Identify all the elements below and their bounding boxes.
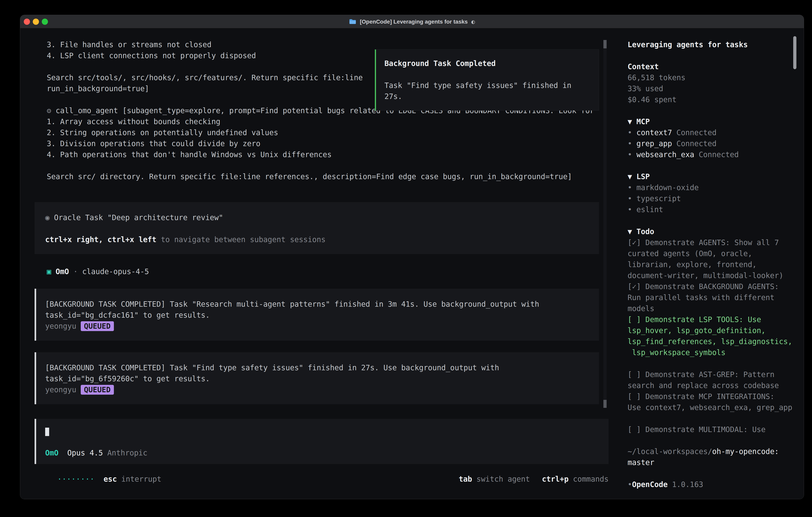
gear-icon: ⚙	[47, 106, 51, 115]
input-agent-name: OmO	[45, 448, 59, 457]
oracle-task-title: Oracle Task "Deep architecture review"	[54, 213, 223, 222]
task-body: [BACKGROUND TASK COMPLETED] Task "Resear…	[45, 299, 591, 321]
bullet-icon: •	[628, 151, 632, 159]
notification-title: Background Task Completed	[384, 58, 591, 69]
agent-header: ▣OmO·claude-opus-4-5	[47, 266, 617, 277]
zoom-button[interactable]	[42, 19, 48, 25]
agent-model: claude-opus-4-5	[82, 267, 149, 276]
agent-square-icon: ▣	[47, 267, 51, 276]
chat-pane: 3. File handles or streams not closed 4.…	[20, 28, 617, 499]
bullet-icon: •	[628, 139, 632, 148]
agent-name: OmO	[56, 267, 69, 276]
chat-scrollbar-track[interactable]	[603, 40, 607, 408]
session-title: Leveraging agents for tasks	[628, 39, 796, 50]
context-used: 33% used	[628, 83, 796, 94]
chat-scrollbar-thumb[interactable]	[603, 40, 607, 48]
mcp-item: •grep_appConnected	[628, 138, 796, 149]
todo-item: [ ] Demonstrate MULTIMODAL: Use	[628, 424, 796, 435]
background-task-notification: Background Task Completed Task "Find typ…	[375, 49, 599, 111]
lsp-heading: LSP	[636, 172, 650, 181]
separator-dot: ·	[73, 267, 78, 276]
lsp-item: •markdown-oxide	[628, 182, 796, 193]
task-meta: yeongyuQUEUED	[45, 321, 591, 332]
tab-key-hint: tab	[459, 475, 472, 483]
version-row: •OpenCode1.0.163	[628, 479, 796, 490]
subagent-nav-hint: ctrl+x right, ctrl+x left to navigate be…	[45, 234, 591, 245]
status-left: ········escinterrupt	[57, 473, 162, 485]
todo-section: ▼Todo [✓] Demonstrate AGENTS: Show all 7…	[628, 226, 796, 435]
todo-heading-row: ▼Todo	[628, 226, 796, 237]
model-line: OmOOpus 4.5Anthropic	[45, 447, 601, 458]
status-badge: QUEUED	[81, 385, 114, 394]
esc-key-hint: esc	[104, 475, 117, 483]
status-right: tabswitch agentctrl+pcommands	[459, 473, 609, 485]
workspace-prefix: ~/local-workspaces/	[628, 447, 712, 456]
close-button[interactable]	[24, 19, 30, 25]
traffic-lights	[24, 15, 48, 28]
bullet-icon: •	[628, 183, 632, 192]
sidebar-scrollbar-thumb[interactable]	[793, 36, 796, 69]
mcp-section: ▼MCP •context7Connected •grep_appConnect…	[628, 116, 796, 160]
todo-item: [✓] Demonstrate AGENTS: Show all 7 curat…	[628, 237, 796, 281]
todo-heading: Todo	[636, 227, 654, 236]
status-bar: ········escinterrupt tabswitch agentctrl…	[35, 473, 609, 485]
oracle-icon: ◉	[45, 213, 50, 222]
prompt-input[interactable]: OmOOpus 4.5Anthropic	[35, 419, 609, 464]
context-spent: $0.46 spent	[628, 94, 796, 105]
app-name: OpenCode	[632, 480, 668, 489]
hint-text: to navigate between subagent sessions	[156, 235, 325, 244]
mcp-item: •context7Connected	[628, 127, 796, 138]
todo-item: [ ] Demonstrate MCP INTEGRATIONS: Use co…	[628, 391, 796, 413]
task-meta: yeongyuQUEUED	[45, 384, 591, 395]
context-tokens: 66,518 tokens	[628, 72, 796, 83]
chevron-down-icon: ▼	[628, 172, 632, 181]
workspace-branch: master	[628, 457, 796, 468]
lsp-item: •eslint	[628, 204, 796, 215]
hint-keys: ctrl+x right, ctrl+x left	[45, 235, 156, 244]
session-state-icon: ◐	[471, 16, 475, 27]
tool-call-text: call_omo_agent [subagent_type=explore, p…	[47, 106, 594, 181]
app-version: 1.0.163	[672, 480, 703, 489]
session-sidebar: Leveraging agents for tasks Context 66,5…	[617, 28, 804, 499]
spinner-dots: ········	[57, 475, 94, 483]
task-author: yeongyu	[45, 385, 76, 394]
lsp-item: •typescript	[628, 193, 796, 204]
input-provider-name: Anthropic	[107, 448, 147, 457]
context-section: Context 66,518 tokens 33% used $0.46 spe…	[628, 61, 796, 105]
tool-call-message: ⚙ call_omo_agent [subagent_type=explore,…	[47, 105, 606, 182]
commands-key-label: commands	[573, 475, 609, 483]
oracle-task-panel: ◉Oracle Task "Deep architecture review" …	[35, 202, 599, 254]
task-message: [BACKGROUND TASK COMPLETED] Task "Resear…	[35, 289, 599, 341]
chevron-down-icon: ▼	[628, 227, 632, 236]
bullet-icon: •	[628, 480, 632, 489]
chevron-down-icon: ▼	[628, 117, 632, 126]
workspace-path: ~/local-workspaces/oh-my-opencode: maste…	[628, 446, 796, 468]
status-badge: QUEUED	[81, 321, 114, 331]
oracle-task-title-row: ◉Oracle Task "Deep architecture review"	[45, 212, 591, 223]
notification-body: Task "Find type safety issues" finished …	[384, 80, 591, 102]
esc-key-label: interrupt	[121, 475, 161, 483]
input-model-name: Opus 4.5	[67, 448, 103, 457]
titlebar: [OpenCode] Leveraging agents for tasks ◐	[20, 15, 804, 28]
todo-item: [ ] Demonstrate AST-GREP: Pattern search…	[628, 369, 796, 391]
bullet-icon: •	[628, 194, 632, 203]
window-title: [OpenCode] Leveraging agents for tasks	[360, 16, 468, 27]
chat-scrollbar-marker[interactable]	[603, 400, 607, 408]
lsp-section: ▼LSP •markdown-oxide •typescript •eslint	[628, 171, 796, 215]
task-body: [BACKGROUND TASK COMPLETED] Task "Find t…	[45, 362, 591, 384]
input-line[interactable]	[45, 427, 601, 438]
minimize-button[interactable]	[33, 19, 39, 25]
todo-item: [✓] Demonstrate BACKGROUND AGENTS: Run p…	[628, 281, 796, 314]
todo-item: [ ] Demonstrate LSP TOOLS: Use lsp_hover…	[628, 314, 796, 358]
bullet-icon: •	[628, 205, 632, 214]
mcp-heading-row: ▼MCP	[628, 116, 796, 127]
terminal-window: [OpenCode] Leveraging agents for tasks ◐…	[20, 15, 804, 499]
folder-icon	[349, 19, 356, 24]
lsp-heading-row: ▼LSP	[628, 171, 796, 182]
workspace-repo: oh-my-opencode:	[712, 447, 779, 456]
bullet-icon: •	[628, 128, 632, 137]
tab-key-label: switch agent	[476, 475, 530, 483]
workspace-path-row: ~/local-workspaces/oh-my-opencode:	[628, 446, 796, 457]
mcp-heading: MCP	[636, 117, 650, 126]
commands-key-hint: ctrl+p	[542, 475, 569, 483]
